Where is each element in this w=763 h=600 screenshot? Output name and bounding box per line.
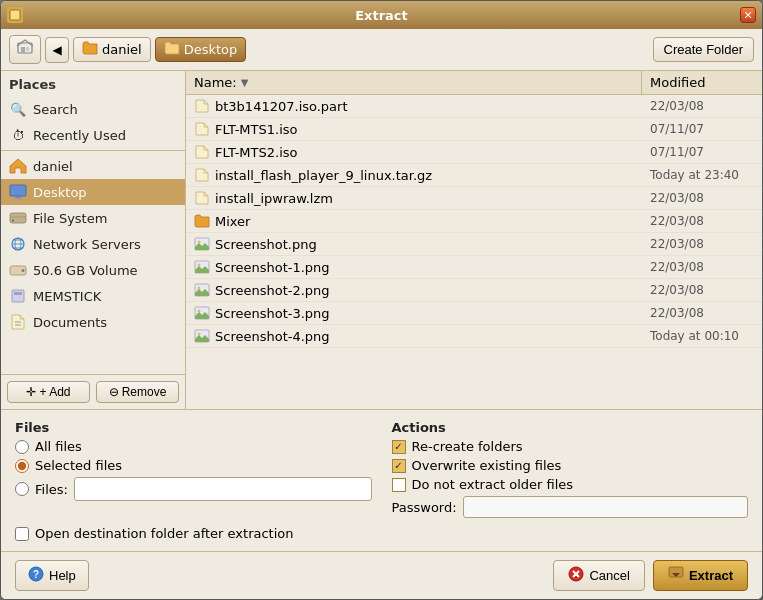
no-older-row: Do not extract older files [392, 477, 749, 492]
file-name: FLT-MTS1.iso [186, 120, 642, 138]
table-row[interactable]: Screenshot-1.png 22/03/08 [186, 256, 762, 279]
remove-icon: ⊖ [109, 385, 119, 399]
file-type-icon [194, 98, 210, 114]
table-row[interactable]: install_flash_player_9_linux.tar.gz Toda… [186, 164, 762, 187]
desktop-label: Desktop [184, 42, 238, 57]
all-files-radio[interactable] [15, 440, 29, 454]
no-older-label: Do not extract older files [412, 477, 574, 492]
files-input-row: Files: [15, 477, 372, 501]
table-row[interactable]: FLT-MTS2.iso 07/11/07 [186, 141, 762, 164]
file-name-text: FLT-MTS2.iso [215, 145, 298, 160]
file-name: bt3b141207.iso.part [186, 97, 642, 115]
svg-rect-7 [10, 213, 26, 223]
footer-right: Cancel Extract [553, 560, 748, 591]
create-folder-button[interactable]: Create Folder [653, 37, 754, 62]
file-modified: 22/03/08 [642, 236, 762, 252]
svg-point-9 [12, 220, 14, 222]
extract-label: Extract [689, 568, 733, 583]
sidebar-item-desktop[interactable]: Desktop [1, 179, 185, 205]
bottom-section: Files All files Selected files Files: Ac… [1, 409, 762, 551]
files-pattern-label: Files: [35, 482, 68, 497]
extract-icon [668, 566, 684, 585]
table-row[interactable]: FLT-MTS1.iso 07/11/07 [186, 118, 762, 141]
sidebar-item-file-system[interactable]: File System [1, 205, 185, 231]
svg-rect-5 [15, 196, 21, 198]
sidebar-item-documents-label: Documents [33, 315, 107, 330]
table-row[interactable]: Screenshot-2.png 22/03/08 [186, 279, 762, 302]
home-button[interactable] [9, 35, 41, 64]
table-row[interactable]: Screenshot.png 22/03/08 [186, 233, 762, 256]
back-button[interactable]: ◀ [45, 37, 69, 63]
remove-bookmark-button[interactable]: ⊖ Remove [96, 381, 179, 403]
file-name: Screenshot-1.png [186, 258, 642, 276]
folder-icon [82, 41, 98, 58]
table-row[interactable]: Screenshot-3.png 22/03/08 [186, 302, 762, 325]
file-name: install_ipwraw.lzm [186, 189, 642, 207]
sidebar-item-memstick[interactable]: MEMSTICK [1, 283, 185, 309]
network-icon [9, 235, 27, 253]
file-name-text: Screenshot-3.png [215, 306, 330, 321]
file-list-header: Name: ▼ Modified [186, 71, 762, 95]
svg-rect-18 [14, 292, 22, 295]
window-icon [7, 7, 23, 23]
sidebar-item-recently-used-label: Recently Used [33, 128, 126, 143]
file-modified: 07/11/07 [642, 144, 762, 160]
file-type-icon [194, 282, 210, 298]
recreate-folders-checkbox[interactable]: ✓ [392, 440, 406, 454]
sidebar-item-filesystem-label: File System [33, 211, 107, 226]
table-row[interactable]: install_ipwraw.lzm 22/03/08 [186, 187, 762, 210]
col-name-header[interactable]: Name: ▼ [186, 71, 642, 94]
selected-files-radio[interactable] [15, 459, 29, 473]
all-files-label: All files [35, 439, 82, 454]
toolbar: ◀ daniel Desktop Create Folder [1, 29, 762, 71]
selected-files-row: Selected files [15, 458, 372, 473]
sidebar-item-documents[interactable]: Documents [1, 309, 185, 335]
all-files-row: All files [15, 439, 372, 454]
table-row[interactable]: Mixer 22/03/08 [186, 210, 762, 233]
breadcrumb-daniel[interactable]: daniel [73, 37, 151, 62]
files-pattern-radio[interactable] [15, 482, 29, 496]
table-row[interactable]: Screenshot-4.png Today at 00:10 [186, 325, 762, 348]
file-type-icon [194, 328, 210, 344]
sidebar-item-memstick-label: MEMSTICK [33, 289, 101, 304]
svg-rect-6 [13, 198, 23, 200]
files-pattern-input[interactable] [74, 477, 372, 501]
close-button[interactable]: ✕ [740, 7, 756, 23]
title-bar: Extract ✕ [1, 1, 762, 29]
file-modified: Today at 00:10 [642, 328, 762, 344]
file-name: Screenshot-3.png [186, 304, 642, 322]
breadcrumb-desktop[interactable]: Desktop [155, 37, 247, 62]
sidebar-item-50gb[interactable]: 50.6 GB Volume [1, 257, 185, 283]
file-name-text: FLT-MTS1.iso [215, 122, 298, 137]
file-modified: Today at 23:40 [642, 167, 762, 183]
col-modified-header[interactable]: Modified [642, 71, 762, 94]
open-dest-label: Open destination folder after extraction [35, 526, 294, 541]
file-modified: 22/03/08 [642, 213, 762, 229]
extract-button[interactable]: Extract [653, 560, 748, 591]
daniel-label: daniel [102, 42, 142, 57]
svg-rect-0 [10, 10, 20, 20]
table-row[interactable]: bt3b141207.iso.part 22/03/08 [186, 95, 762, 118]
sidebar-item-daniel[interactable]: daniel [1, 153, 185, 179]
file-name-text: Screenshot-4.png [215, 329, 330, 344]
help-button[interactable]: ? Help [15, 560, 89, 591]
sidebar-item-network[interactable]: Network Servers [1, 231, 185, 257]
password-label: Password: [392, 500, 457, 515]
file-name: Screenshot.png [186, 235, 642, 253]
file-type-icon [194, 236, 210, 252]
password-input[interactable] [463, 496, 748, 518]
file-type-icon [194, 259, 210, 275]
cancel-button[interactable]: Cancel [553, 560, 644, 591]
no-older-checkbox[interactable] [392, 478, 406, 492]
search-icon: 🔍 [9, 100, 27, 118]
file-list-scroll[interactable]: bt3b141207.iso.part 22/03/08 FLT-MTS1.is… [186, 95, 762, 409]
open-dest-checkbox[interactable] [15, 527, 29, 541]
sidebar-item-search[interactable]: 🔍 Search [1, 96, 185, 122]
add-bookmark-button[interactable]: ✛ + Add [7, 381, 90, 403]
file-type-icon [194, 167, 210, 183]
cancel-label: Cancel [589, 568, 629, 583]
overwrite-existing-checkbox[interactable]: ✓ [392, 459, 406, 473]
desktop-icon [9, 183, 27, 201]
sidebar-item-recently-used[interactable]: ⏱ Recently Used [1, 122, 185, 148]
sidebar-scroll[interactable]: 🔍 Search ⏱ Recently Used daniel [1, 96, 185, 374]
